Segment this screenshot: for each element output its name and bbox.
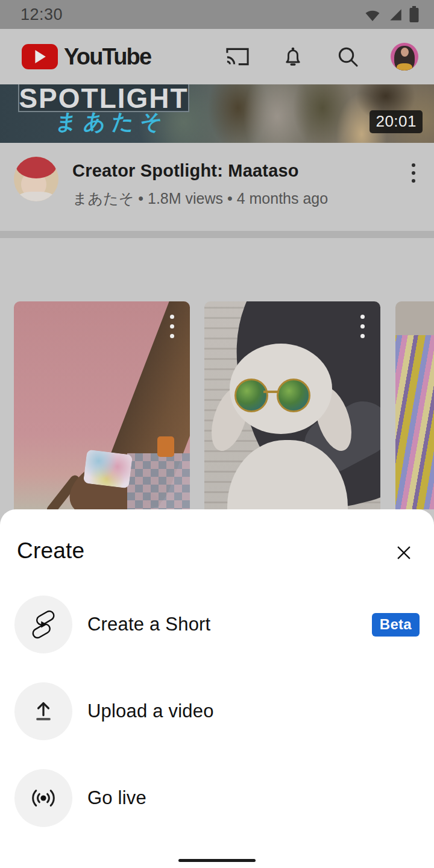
cast-icon[interactable] — [224, 46, 251, 68]
battery-icon — [409, 5, 420, 24]
youtube-logo[interactable]: YouTube — [22, 44, 151, 70]
avatar-face — [401, 48, 409, 57]
menu-item-label: Upload a video — [87, 700, 214, 722]
beta-badge: Beta — [372, 613, 420, 637]
menu-item-go-live[interactable]: Go live — [14, 769, 420, 827]
video-metadata: まあたそ • 1.8M views • 4 months ago — [72, 189, 328, 209]
sheet-title: Create — [17, 538, 84, 564]
status-bar: 12:30 — [0, 0, 434, 29]
short-thumbnail-1[interactable] — [14, 301, 190, 509]
menu-item-label: Go live — [87, 787, 146, 809]
shorts-shelf — [0, 301, 434, 509]
channel-avatar-shoulder — [17, 192, 55, 201]
short2-sunglasses-bridge — [263, 391, 279, 393]
shorts-shelf-header: Shorts beta — [0, 238, 434, 301]
thumbnail-overlay-subtitle: まあたそ — [54, 107, 170, 137]
avatar-shirt — [397, 63, 412, 71]
search-icon[interactable] — [335, 44, 360, 69]
upload-arrow-icon — [14, 682, 72, 740]
account-avatar[interactable] — [391, 43, 418, 71]
short1-tiedye-shorts — [83, 450, 133, 489]
video-thumbnail[interactable]: SPOTLIGHT まあたそ 20:01 — [0, 84, 434, 143]
short1-checker-blanket — [127, 453, 190, 509]
short2-options-kebab-icon[interactable] — [355, 312, 370, 340]
notifications-bell-icon[interactable] — [281, 44, 305, 69]
menu-item-upload-video[interactable]: Upload a video — [14, 682, 420, 740]
wifi-icon — [363, 7, 382, 22]
section-divider — [0, 231, 434, 238]
live-broadcast-icon — [14, 769, 72, 827]
youtube-wordmark: YouTube — [64, 44, 151, 70]
menu-item-label: Create a Short — [87, 614, 210, 635]
clock: 12:30 — [20, 5, 63, 24]
youtube-play-icon — [22, 44, 58, 69]
status-icons — [363, 5, 420, 24]
menu-item-create-short[interactable]: Create a Short Beta — [14, 596, 420, 653]
short2-sunglasses-lens — [234, 379, 268, 412]
create-bottom-sheet: Create Create a Short Beta — [0, 509, 434, 868]
signal-icon — [388, 7, 403, 22]
short-thumbnail-3[interactable] — [395, 301, 434, 509]
youtube-app-screen: 12:30 YouTube — [0, 0, 434, 868]
short2-sunglasses-lens — [277, 379, 310, 412]
video-duration-badge: 20:01 — [370, 110, 423, 133]
home-indicator[interactable] — [178, 859, 256, 862]
video-options-kebab-icon[interactable] — [403, 161, 424, 185]
shorts-outline-icon — [14, 596, 72, 653]
header-actions — [224, 43, 418, 71]
channel-avatar[interactable] — [14, 157, 58, 201]
video-meta-row[interactable]: Creator Spotlight: Maataso まあたそ • 1.8M v… — [0, 143, 434, 231]
channel-avatar-hat — [16, 157, 57, 178]
short1-options-kebab-icon[interactable] — [165, 312, 179, 340]
short1-cup — [157, 436, 174, 457]
close-icon[interactable] — [392, 541, 416, 565]
short-thumbnail-2[interactable] — [204, 301, 380, 509]
app-header: YouTube — [0, 29, 434, 84]
video-title: Creator Spotlight: Maataso — [72, 161, 299, 181]
